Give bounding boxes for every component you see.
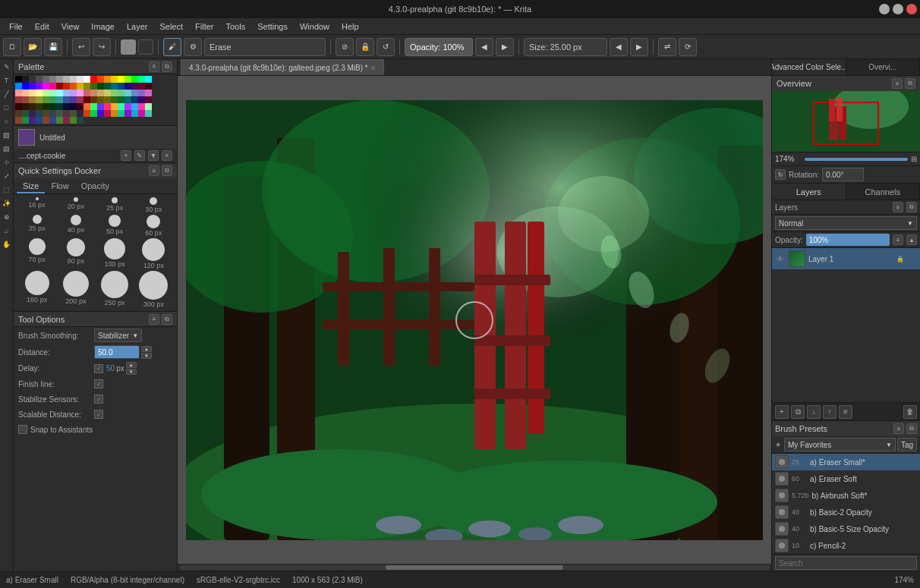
new-document-button[interactable]: 🗋: [3, 38, 21, 56]
color-swatch-10[interactable]: [83, 76, 90, 83]
color-swatch-39[interactable]: [145, 83, 152, 90]
bp-item-4[interactable]: 40b) Basic-5 Size Opacity: [772, 520, 920, 537]
brush-size-70[interactable]: 70 px: [18, 238, 55, 269]
menu-item-window[interactable]: Window: [294, 20, 336, 33]
color-swatch-119[interactable]: [145, 110, 152, 117]
distance-input[interactable]: [94, 345, 140, 359]
menu-item-filter[interactable]: Filter: [189, 20, 219, 33]
opacity-bar[interactable]: 100%: [806, 234, 890, 246]
color-swatch-31[interactable]: [90, 83, 97, 90]
color-swatch-109[interactable]: [77, 110, 83, 117]
add-layer-button[interactable]: +: [775, 405, 789, 419]
color-swatch-78[interactable]: [138, 96, 145, 103]
color-swatch-24[interactable]: [43, 83, 49, 90]
color-swatch-98[interactable]: [138, 103, 145, 110]
color-swatch-22[interactable]: [29, 83, 36, 90]
brush-size-30[interactable]: 30 px: [135, 197, 172, 213]
bp-item-1[interactable]: 60a) Eraser Soft: [772, 470, 920, 487]
tool-pan[interactable]: ✋: [1, 238, 13, 250]
bp-tag-button[interactable]: Tag: [897, 438, 917, 451]
color-swatch-69[interactable]: [77, 96, 83, 103]
tool-select[interactable]: ⬚: [1, 184, 13, 196]
color-swatch-82[interactable]: [29, 103, 36, 110]
menu-item-view[interactable]: View: [55, 20, 86, 33]
tool-magic-select[interactable]: ✨: [1, 197, 13, 209]
color-swatch-107[interactable]: [63, 110, 70, 117]
color-swatch-101[interactable]: [22, 110, 29, 117]
color-swatch-118[interactable]: [138, 110, 145, 117]
color-swatch-129[interactable]: [77, 117, 83, 124]
canvas-viewport[interactable]: [178, 76, 771, 564]
color-swatch-67[interactable]: [63, 96, 70, 103]
delay-up[interactable]: ▲: [126, 362, 137, 368]
redo-button[interactable]: ↪: [93, 38, 111, 56]
layer-item-1[interactable]: 👁 Layer 1 🔒 ⋮: [772, 248, 920, 269]
color-swatch-92[interactable]: [97, 103, 104, 110]
color-swatch-49[interactable]: [77, 90, 83, 96]
color-swatch-3[interactable]: [36, 76, 43, 83]
color-swatch-80[interactable]: [15, 103, 22, 110]
bp-search-input[interactable]: [775, 556, 917, 570]
color-swatch-13[interactable]: [104, 76, 111, 83]
tool-rect[interactable]: □: [1, 102, 13, 114]
color-swatch-40[interactable]: [15, 90, 22, 96]
color-swatch-75[interactable]: [118, 96, 124, 103]
color-swatch-59[interactable]: [145, 90, 152, 96]
color-swatch-37[interactable]: [131, 83, 138, 90]
brush-size-60[interactable]: 60 px: [135, 215, 172, 237]
color-swatch-52[interactable]: [97, 90, 104, 96]
color-swatch-104[interactable]: [43, 110, 49, 117]
color-swatch-114[interactable]: [111, 110, 118, 117]
canvas-tab-active[interactable]: 4.3.0-prealpha (git 8c9b10e): galteed.jp…: [181, 59, 384, 75]
brush-size-16[interactable]: 16 px: [18, 197, 55, 213]
alpha-lock-button[interactable]: 🔒: [356, 38, 374, 56]
move-layer-down-button[interactable]: ↓: [807, 405, 821, 419]
brush-size-50[interactable]: 50 px: [96, 215, 134, 237]
color-swatch-54[interactable]: [111, 90, 118, 96]
opacity-control[interactable]: Opacity: 100%: [405, 38, 473, 56]
color-swatch-97[interactable]: [131, 103, 138, 110]
color-swatch-4[interactable]: [43, 76, 49, 83]
distance-down[interactable]: ▼: [141, 353, 152, 359]
bp-float-button[interactable]: ⧉: [906, 423, 917, 434]
color-swatch-126[interactable]: [56, 117, 63, 124]
finish-line-checkbox[interactable]: [94, 379, 103, 388]
brush-size-80[interactable]: 80 px: [57, 238, 94, 269]
brush-presets-header[interactable]: Brush Presets ≡ ⧉: [772, 421, 920, 436]
color-swatch-27[interactable]: [63, 83, 70, 90]
color-swatch-86[interactable]: [56, 103, 63, 110]
color-swatch-5[interactable]: [49, 76, 56, 83]
color-swatch-90[interactable]: [83, 103, 90, 110]
delay-checkbox[interactable]: [94, 364, 103, 373]
color-swatch-95[interactable]: [118, 103, 124, 110]
color-swatch-79[interactable]: [145, 96, 152, 103]
tab-channels[interactable]: Channels: [846, 184, 921, 200]
maximize-button[interactable]: [893, 4, 903, 14]
color-swatch-50[interactable]: [83, 90, 90, 96]
save-button[interactable]: 💾: [44, 38, 62, 56]
move-layer-up-button[interactable]: ↑: [823, 405, 837, 419]
color-swatch-62[interactable]: [29, 96, 36, 103]
brush-size-120[interactable]: 120 px: [135, 238, 172, 269]
tool-zoom[interactable]: ⌕: [1, 225, 13, 237]
layers-float-button[interactable]: ⧉: [906, 202, 917, 212]
brush-size-300[interactable]: 300 px: [135, 271, 172, 308]
bp-category-dropdown[interactable]: My Favorites ▼: [784, 438, 896, 451]
foreground-color-swatch[interactable]: [18, 129, 35, 146]
layer-properties-button[interactable]: ≡: [839, 405, 852, 419]
color-swatch-63[interactable]: [36, 96, 43, 103]
tab-flow[interactable]: Flow: [45, 180, 74, 193]
color-swatch-72[interactable]: [97, 96, 104, 103]
color-swatch-65[interactable]: [49, 96, 56, 103]
brush-preset-icon[interactable]: 🖌: [163, 38, 181, 56]
tool-line[interactable]: ╱: [1, 88, 13, 100]
tool-transform[interactable]: ⤢: [1, 170, 13, 182]
color-swatch-96[interactable]: [124, 103, 131, 110]
brush-options-button[interactable]: ⚙: [184, 38, 202, 56]
color-swatch-56[interactable]: [124, 90, 131, 96]
brush-name-dropdown[interactable]: Erase: [204, 38, 326, 56]
size-down-button[interactable]: ◀: [610, 38, 628, 56]
color-swatch-14[interactable]: [111, 76, 118, 83]
color-swatch-18[interactable]: [138, 76, 145, 83]
color-swatch-89[interactable]: [77, 103, 83, 110]
